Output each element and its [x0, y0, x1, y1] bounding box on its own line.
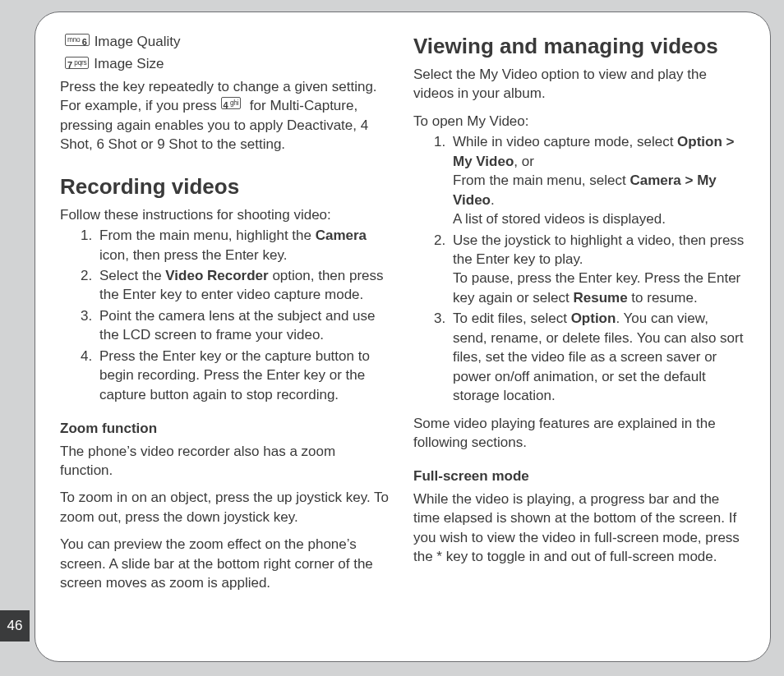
recording-lead: Follow these instructions for shooting v…: [60, 205, 392, 224]
text: While in video capture mode, select: [453, 134, 677, 149]
list-item: Use the joystick to highlight a video, t…: [450, 231, 745, 308]
text: icon, then press the Enter key.: [99, 247, 287, 263]
open-steps: While in video capture mode, select Opti…: [413, 132, 745, 405]
text: .: [491, 192, 495, 208]
zoom-paragraph: You can preview the zoom effect on the p…: [60, 535, 392, 592]
two-column-layout: mno 6 Image Quality 7 pqrs Image Size Pr…: [60, 32, 745, 643]
list-item: Point the camera lens at the subject and…: [96, 306, 392, 345]
list-item: Select the Video Recorder option, then p…: [96, 266, 392, 305]
list-item: Press the Enter key or the capture butto…: [96, 347, 392, 404]
key-7-icon: 7 pqrs: [65, 57, 89, 69]
intro-paragraph: Press the key repeatedly to change a giv…: [60, 77, 392, 154]
text: From the main menu, select: [453, 172, 630, 188]
heading-viewing-managing: Viewing and managing videos: [413, 32, 745, 62]
list-item: To edit files, select Option. You can vi…: [450, 309, 745, 405]
left-column: mno 6 Image Quality 7 pqrs Image Size Pr…: [60, 32, 392, 643]
key-legend-row: 7 pqrs Image Size: [60, 54, 392, 73]
heading-zoom-function: Zoom function: [60, 419, 392, 438]
manual-page: mno 6 Image Quality 7 pqrs Image Size Pr…: [35, 11, 771, 662]
list-item: From the main menu, highlight the Camera…: [96, 226, 392, 264]
text: To edit files, select: [453, 310, 571, 326]
key-6-label: Image Quality: [95, 32, 181, 51]
right-column: Viewing and managing videos Select the M…: [413, 32, 745, 643]
zoom-paragraph: The phone’s video recorder also has a zo…: [60, 442, 392, 481]
text: Select the: [99, 268, 165, 283]
page-number: 46: [0, 610, 30, 642]
recording-steps: From the main menu, highlight the Camera…: [60, 226, 392, 404]
full-screen-paragraph: While the video is playing, a progress b…: [413, 490, 745, 567]
text: A list of stored videos is displayed.: [453, 211, 666, 227]
list-item: While in video capture mode, select Opti…: [450, 132, 745, 228]
zoom-paragraph: To zoom in on an object, press the up jo…: [60, 488, 392, 527]
text: to resume.: [628, 290, 698, 306]
key-7-label: Image Size: [94, 54, 164, 73]
key-legend-row: mno 6 Image Quality: [60, 32, 392, 51]
bold-text: Option: [571, 310, 616, 326]
viewing-lead: Select the My Video option to view and p…: [413, 65, 745, 103]
open-lead: To open My Video:: [413, 112, 745, 131]
bold-text: Resume: [573, 290, 627, 306]
text: Use the joystick to highlight a video, t…: [453, 232, 744, 267]
bold-text: Camera: [316, 228, 367, 243]
text: , or: [514, 154, 534, 169]
text: From the main menu, highlight the: [99, 228, 316, 243]
key-6-icon: mno 6: [65, 34, 90, 46]
bold-text: Video Recorder: [165, 268, 268, 283]
heading-full-screen: Full-screen mode: [413, 467, 745, 485]
after-list-paragraph: Some video playing features are explaine…: [413, 414, 745, 453]
key-4-icon: 4 ghi: [221, 97, 242, 109]
heading-recording-videos: Recording videos: [60, 172, 392, 202]
